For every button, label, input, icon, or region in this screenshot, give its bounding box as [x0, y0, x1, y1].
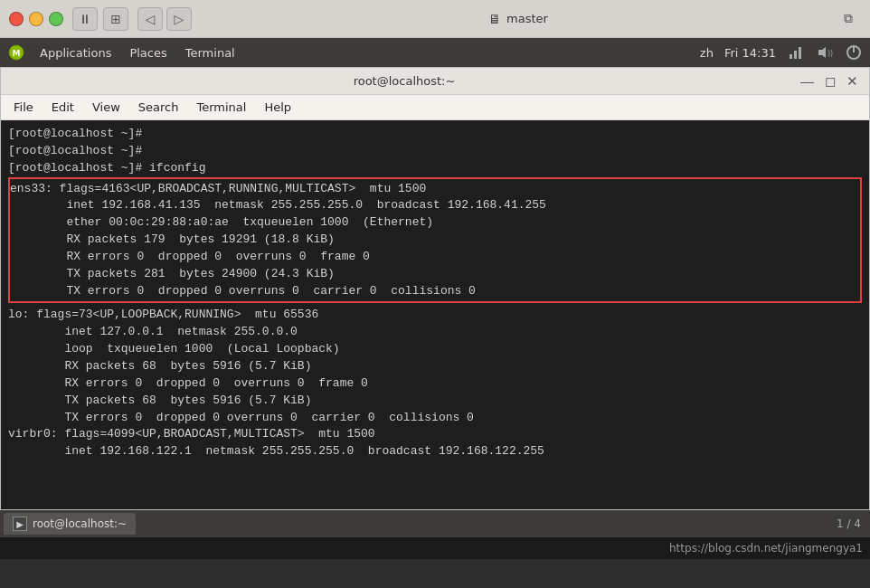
highlighted-line: RX errors 0 dropped 0 overruns 0 frame 0 — [10, 249, 860, 266]
mate-logo-icon: M — [8, 44, 24, 61]
menu-search[interactable]: Search — [131, 98, 186, 117]
term-line: lo: flags=73<UP,LOOPBACK,RUNNING> mtu 65… — [8, 307, 862, 324]
restore-button[interactable]: ⧉ — [836, 7, 861, 31]
term-line: TX errors 0 dropped 0 overruns 0 carrier… — [8, 410, 862, 427]
terminal-content[interactable]: [root@localhost ~]# [root@localhost ~]# … — [1, 120, 869, 509]
minimize-button[interactable] — [29, 12, 43, 26]
svg-marker-5 — [818, 47, 826, 58]
close-button[interactable] — [9, 12, 24, 26]
screenshot-icon: ⊞ — [110, 12, 121, 26]
term-line: inet 127.0.0.1 netmask 255.0.0.0 — [8, 324, 862, 341]
terminal-close-button[interactable]: ✕ — [845, 74, 860, 88]
highlighted-line: RX packets 179 bytes 19291 (18.8 KiB) — [10, 232, 860, 249]
term-line: RX packets 68 bytes 5916 (5.7 KiB) — [8, 358, 862, 375]
term-line: [root@localhost ~]# — [8, 126, 862, 143]
tab-page-num: 1 / 4 — [837, 517, 866, 530]
tab-label: root@localhost:~ — [33, 517, 127, 530]
restore-icon: ⧉ — [844, 11, 853, 26]
window-title: master — [506, 12, 548, 25]
terminal-window: root@localhost:~ — ◻ ✕ File Edit View Se… — [0, 67, 870, 510]
clock: Fri 14:31 — [724, 46, 776, 60]
volume-icon[interactable]: )) — [816, 43, 834, 62]
menu-file[interactable]: File — [6, 98, 41, 117]
term-line: loop txqueuelen 1000 (Local Loopback) — [8, 341, 862, 358]
term-line: TX packets 68 bytes 5916 (5.7 KiB) — [8, 393, 862, 410]
applications-menu[interactable]: Applications — [36, 44, 115, 62]
terminal-restore-button[interactable]: ◻ — [823, 74, 837, 88]
terminal-tab[interactable]: ▶ root@localhost:~ — [4, 513, 136, 535]
terminal-titlebar: root@localhost:~ — ◻ ✕ — [1, 68, 869, 95]
highlighted-line: TX packets 281 bytes 24900 (24.3 KiB) — [10, 266, 860, 283]
back-icon: ◁ — [146, 12, 156, 26]
maximize-button[interactable] — [49, 12, 63, 26]
highlighted-line: inet 192.168.41.135 netmask 255.255.255.… — [10, 197, 860, 214]
places-menu[interactable]: Places — [126, 44, 170, 62]
window-title-icon: 🖥 — [488, 12, 501, 26]
svg-text:M: M — [13, 49, 21, 58]
forward-icon: ▷ — [175, 12, 184, 26]
navigate-forward-button[interactable]: ▷ — [166, 7, 192, 31]
language-indicator[interactable]: zh — [700, 46, 714, 60]
menu-view[interactable]: View — [85, 98, 128, 117]
highlighted-line: ether 00:0c:29:88:a0:ae txqueuelen 1000 … — [10, 214, 860, 232]
power-icon[interactable] — [845, 43, 863, 62]
terminal-window-buttons: — ◻ ✕ — [799, 74, 860, 88]
network-icon[interactable] — [787, 43, 805, 62]
after-lines: lo: flags=73<UP,LOOPBACK,RUNNING> mtu 65… — [8, 307, 862, 460]
navigate-back-button[interactable]: ◁ — [137, 7, 163, 31]
svg-rect-4 — [799, 47, 801, 59]
terminal-menubar: File Edit View Search Terminal Help — [1, 95, 869, 120]
menu-edit[interactable]: Edit — [44, 98, 81, 117]
panel-right: zh Fri 14:31 )) — [700, 43, 863, 62]
svg-text:)): )) — [827, 50, 833, 58]
title-bar: ⏸ ⊞ ◁ ▷ 🖥 master ⧉ — [0, 0, 870, 38]
term-line: virbr0: flags=4099<UP,BROADCAST,MULTICAS… — [8, 426, 862, 443]
terminal-minimize-button[interactable]: — — [799, 74, 816, 88]
menu-terminal[interactable]: Terminal — [189, 98, 253, 117]
mate-logo[interactable]: M — [7, 43, 25, 62]
terminal-menu[interactable]: Terminal — [182, 44, 239, 62]
highlighted-interface-block: ens33: flags=4163<UP,BROADCAST,RUNNING,M… — [8, 177, 862, 304]
screenshot-button[interactable]: ⊞ — [103, 7, 128, 31]
watermark-text: https://blog.csdn.net/jiangmengya1 — [669, 542, 863, 555]
term-line: [root@localhost ~]# ifconfig — [8, 160, 862, 177]
panel-bar: M Applications Places Terminal zh Fri 14… — [0, 38, 870, 67]
highlighted-line: TX errors 0 dropped 0 overruns 0 carrier… — [10, 283, 860, 300]
terminal-window-title: root@localhost:~ — [10, 74, 799, 88]
svg-rect-3 — [794, 51, 797, 59]
tab-terminal-icon: ▶ — [13, 517, 27, 531]
term-line: RX errors 0 dropped 0 overruns 0 frame 0 — [8, 375, 862, 393]
tab-bar: ▶ root@localhost:~ 1 / 4 — [0, 510, 870, 537]
term-line: inet 192.168.122.1 netmask 255.255.255.0… — [8, 443, 862, 460]
pause-icon: ⏸ — [79, 12, 91, 26]
highlighted-line: ens33: flags=4163<UP,BROADCAST,RUNNING,M… — [10, 181, 860, 198]
watermark-bar: https://blog.csdn.net/jiangmengya1 — [0, 537, 870, 559]
window-title-area: 🖥 master — [201, 12, 836, 26]
pause-button[interactable]: ⏸ — [72, 7, 98, 31]
term-line: [root@localhost ~]# — [8, 143, 862, 160]
svg-rect-2 — [790, 54, 792, 59]
window-buttons — [9, 12, 63, 26]
menu-help[interactable]: Help — [257, 98, 298, 117]
